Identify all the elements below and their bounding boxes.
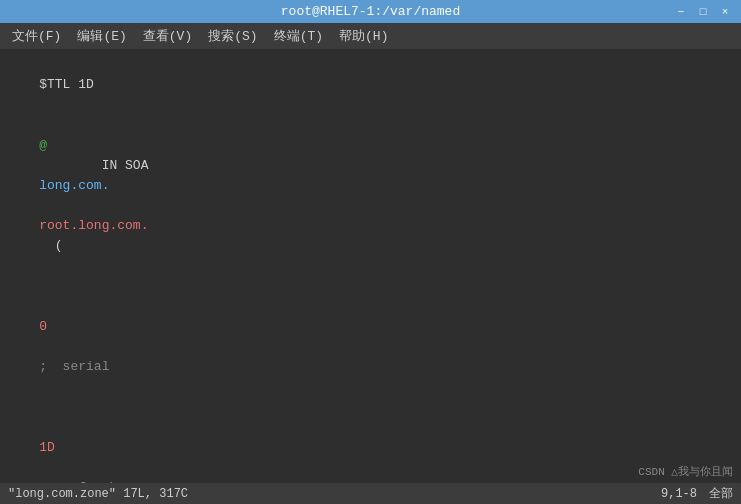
- terminal-line: @ IN SOA long.com. root.long.com. (: [8, 115, 733, 276]
- window-controls: − □ ×: [673, 5, 733, 19]
- window-title: root@RHEL7-1:/var/named: [281, 4, 460, 19]
- minimize-button[interactable]: −: [673, 5, 689, 19]
- title-bar: root@RHEL7-1:/var/named − □ ×: [0, 0, 741, 23]
- menu-view[interactable]: 查看(V): [137, 25, 198, 47]
- close-button[interactable]: ×: [717, 5, 733, 19]
- terminal-line: 1D ; refresh: [8, 397, 733, 483]
- menu-edit[interactable]: 编辑(E): [71, 25, 132, 47]
- maximize-button[interactable]: □: [695, 5, 711, 19]
- watermark: CSDN △我与你且闻: [638, 464, 733, 479]
- terminal-line: $TTL 1D: [8, 55, 733, 115]
- terminal-body: $TTL 1D @ IN SOA long.com. root.long.com…: [0, 49, 741, 483]
- status-right: 9,1-8 全部: [661, 485, 733, 502]
- menu-terminal[interactable]: 终端(T): [268, 25, 329, 47]
- menu-file[interactable]: 文件(F): [6, 25, 67, 47]
- status-scroll: 全部: [709, 485, 733, 502]
- status-file-info: "long.com.zone" 17L, 317C: [8, 487, 188, 501]
- status-position: 9,1-8: [661, 487, 697, 501]
- terminal-line: 0 ; serial: [8, 277, 733, 398]
- menu-bar: 文件(F) 编辑(E) 查看(V) 搜索(S) 终端(T) 帮助(H): [0, 23, 741, 49]
- menu-search[interactable]: 搜索(S): [202, 25, 263, 47]
- menu-help[interactable]: 帮助(H): [333, 25, 394, 47]
- status-bar: "long.com.zone" 17L, 317C 9,1-8 全部: [0, 483, 741, 504]
